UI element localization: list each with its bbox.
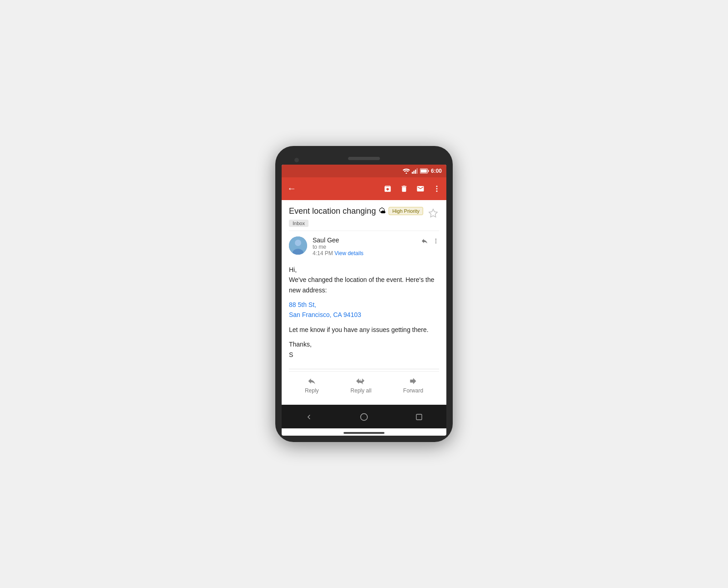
sender-block: Saul Gee to me 4:14 PM View details [289, 231, 439, 261]
svg-point-15 [435, 239, 436, 240]
reply-icon [307, 376, 316, 386]
status-time: 6:00 [431, 168, 442, 174]
home-indicator [344, 432, 384, 434]
back-button[interactable]: ← [287, 183, 380, 194]
toolbar: ← [282, 177, 446, 200]
svg-point-17 [435, 242, 436, 243]
reply-actions: Reply Reply all [289, 371, 439, 400]
wifi-icon [403, 168, 410, 174]
email-emoji: 🌤 [379, 207, 386, 215]
sign-line1: Thanks, [289, 341, 312, 348]
sender-name: Saul Gee [313, 236, 415, 244]
sender-actions [421, 236, 439, 245]
reply-all-label: Reply all [350, 387, 371, 394]
phone-camera [294, 158, 299, 162]
svg-rect-4 [416, 168, 418, 174]
sender-to: to me [313, 244, 415, 250]
svg-rect-19 [416, 414, 422, 420]
delete-button[interactable] [400, 184, 408, 193]
recents-nav-button[interactable] [415, 412, 423, 422]
sign-line2: S [289, 351, 293, 358]
email-content: Event location changing 🌤 High Priority … [282, 200, 446, 405]
inbox-badge: Inbox [289, 220, 308, 227]
phone-frame: 6:00 ← [275, 146, 453, 442]
phone-screen: 6:00 ← [282, 165, 446, 436]
battery-icon [420, 168, 429, 174]
svg-point-16 [435, 241, 436, 241]
body-line2: Let me know if you have any issues getti… [289, 325, 439, 335]
phone-top-bar [282, 154, 446, 165]
archive-button[interactable] [384, 184, 392, 193]
svg-point-8 [436, 186, 438, 187]
more-options-button[interactable] [433, 184, 441, 193]
reply-button[interactable]: Reply [305, 376, 319, 394]
sender-more-button[interactable] [433, 236, 439, 245]
subject-area: Event location changing 🌤 High Priority [289, 206, 427, 216]
address-link[interactable]: 88 5th St, San Francisco, CA 94103 [289, 301, 361, 318]
svg-point-0 [405, 172, 407, 174]
email-subject-row: Event location changing 🌤 High Priority … [289, 206, 439, 227]
address-line2: San Francisco, CA 94103 [289, 311, 361, 318]
address-line1: 88 5th St, [289, 301, 316, 308]
sender-reply-button[interactable] [421, 236, 428, 245]
phone-bottom-bar [282, 428, 446, 436]
svg-point-9 [436, 188, 438, 190]
svg-rect-2 [413, 171, 415, 174]
sender-time: 4:14 PM View details [313, 250, 415, 256]
svg-rect-7 [420, 169, 427, 172]
phone-speaker [348, 157, 380, 160]
toolbar-actions [384, 184, 441, 193]
avatar [289, 236, 307, 255]
star-button[interactable] [427, 206, 439, 219]
body-line1: We've changed the location of the event.… [289, 275, 439, 295]
home-nav-button[interactable] [359, 412, 369, 422]
bottom-nav [282, 405, 446, 428]
signal-icon [412, 168, 418, 174]
svg-rect-1 [412, 172, 413, 174]
email-subject: Event location changing [289, 206, 376, 216]
mark-read-button[interactable] [416, 184, 425, 193]
back-nav-button[interactable] [305, 412, 313, 422]
status-bar: 6:00 [282, 165, 446, 177]
svg-point-13 [295, 240, 301, 246]
sender-info: Saul Gee to me 4:14 PM View details [313, 236, 415, 256]
forward-icon [409, 376, 418, 386]
view-details-link[interactable]: View details [334, 250, 364, 256]
body-greeting: Hi, [289, 265, 439, 275]
svg-marker-11 [429, 209, 437, 216]
email-body: Hi, We've changed the location of the ev… [289, 261, 439, 367]
high-priority-badge: High Priority [389, 207, 423, 215]
svg-point-18 [361, 413, 368, 420]
avatar-image [289, 236, 307, 255]
divider [289, 369, 439, 369]
forward-label: Forward [403, 387, 423, 394]
svg-point-10 [436, 191, 438, 192]
svg-rect-6 [428, 170, 429, 172]
reply-all-icon [356, 376, 366, 386]
reply-all-button[interactable]: Reply all [350, 376, 371, 394]
forward-button[interactable]: Forward [403, 376, 423, 394]
reply-label: Reply [305, 387, 319, 394]
svg-rect-3 [415, 170, 416, 174]
status-icons: 6:00 [403, 168, 442, 174]
